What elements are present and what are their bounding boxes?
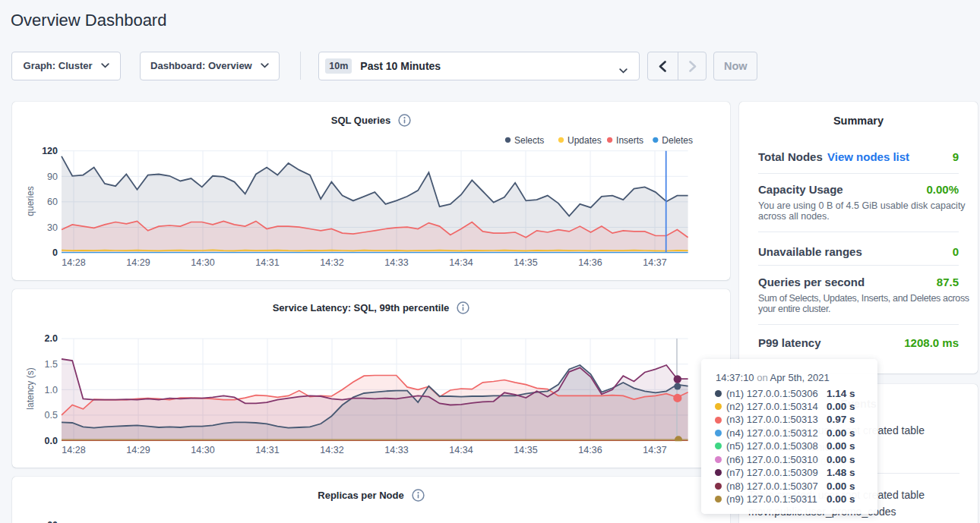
svg-text:14:30: 14:30 <box>191 257 214 268</box>
svg-text:30: 30 <box>47 222 58 233</box>
svg-text:14:35: 14:35 <box>514 445 537 455</box>
svg-text:14:36: 14:36 <box>578 257 602 268</box>
svg-text:14:31: 14:31 <box>255 257 279 268</box>
svg-text:0.0: 0.0 <box>45 436 58 446</box>
svg-text:14:29: 14:29 <box>126 257 150 268</box>
svg-text:14:36: 14:36 <box>578 445 602 455</box>
svg-text:14:35: 14:35 <box>514 257 537 268</box>
svg-text:14:32: 14:32 <box>320 257 343 268</box>
svg-text:14:28: 14:28 <box>62 257 85 268</box>
svg-text:Updates: Updates <box>567 135 602 146</box>
svg-text:latency (s): latency (s) <box>25 367 36 409</box>
svg-text:60: 60 <box>47 197 58 207</box>
svg-text:90: 90 <box>47 172 58 182</box>
svg-text:14:28: 14:28 <box>62 445 85 455</box>
svg-text:120: 120 <box>42 146 58 156</box>
svg-text:Selects: Selects <box>514 135 544 146</box>
svg-text:queries: queries <box>25 186 36 216</box>
svg-text:Inserts: Inserts <box>616 135 643 146</box>
svg-text:14:33: 14:33 <box>384 257 408 268</box>
svg-text:14:32: 14:32 <box>320 445 343 455</box>
svg-text:1.0: 1.0 <box>45 385 58 395</box>
svg-text:2.0: 2.0 <box>45 333 58 344</box>
svg-text:Deletes: Deletes <box>662 135 693 146</box>
svg-text:14:37: 14:37 <box>643 445 666 455</box>
svg-text:1.5: 1.5 <box>45 359 58 370</box>
svg-text:14:33: 14:33 <box>384 445 408 455</box>
svg-text:0: 0 <box>52 247 58 258</box>
svg-text:0.5: 0.5 <box>45 410 58 421</box>
svg-text:14:34: 14:34 <box>449 257 473 268</box>
svg-text:14:37: 14:37 <box>643 257 666 268</box>
svg-text:14:31: 14:31 <box>255 445 279 455</box>
svg-text:14:34: 14:34 <box>449 445 473 455</box>
svg-text:14:30: 14:30 <box>191 445 214 455</box>
svg-text:14:29: 14:29 <box>126 445 150 455</box>
